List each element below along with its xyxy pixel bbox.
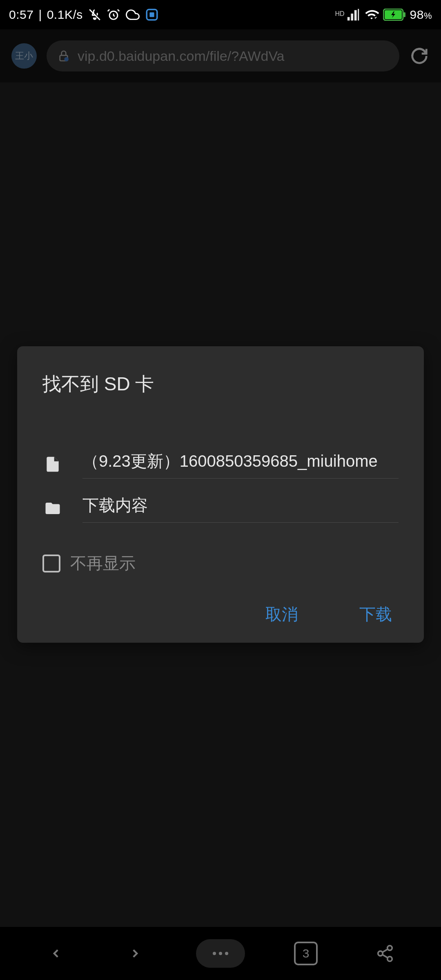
svg-point-14 [388, 957, 392, 962]
cloud-icon [125, 8, 140, 22]
mute-icon [88, 8, 102, 22]
svg-point-12 [388, 946, 392, 951]
share-button[interactable] [367, 935, 403, 972]
status-bar: 0:57 | 0.1K/s HD 98% [0, 0, 441, 29]
wifi-icon [364, 8, 379, 22]
hd-icon: HD [335, 10, 344, 18]
svg-point-13 [378, 951, 383, 956]
profile-avatar[interactable]: 王小 [11, 43, 37, 69]
url-text: vip.d0.baidupan.com/file/?AWdVa [78, 48, 285, 64]
svg-point-9 [213, 952, 216, 955]
menu-button[interactable] [196, 939, 245, 968]
file-icon [42, 454, 63, 474]
cancel-button[interactable]: 取消 [265, 603, 298, 626]
browser-toolbar: 王小 vip.d0.baidupan.com/file/?AWdVa [0, 29, 441, 82]
svg-rect-2 [149, 12, 154, 17]
download-button[interactable]: 下载 [359, 603, 392, 626]
file-name-field[interactable]: （9.23更新）1600850359685_miuihome [82, 450, 399, 479]
checkbox-label: 不再显示 [70, 552, 136, 575]
folder-row: 下载内容 [42, 494, 399, 523]
svg-rect-5 [403, 12, 405, 17]
tabs-button[interactable]: 3 [287, 935, 324, 972]
battery-icon [383, 9, 406, 21]
status-net-speed: 0.1K/s [47, 8, 83, 22]
reload-button[interactable] [409, 46, 430, 66]
file-row: （9.23更新）1600850359685_miuihome [42, 450, 399, 479]
back-button[interactable] [38, 935, 74, 972]
battery-percent: 98% [410, 8, 432, 22]
app-badge-icon [145, 8, 159, 22]
lock-icon [57, 49, 70, 63]
status-time: 0:57 [9, 8, 33, 22]
svg-point-10 [219, 952, 222, 955]
checkbox[interactable] [42, 555, 60, 572]
bottom-nav: 3 [0, 927, 441, 980]
alarm-icon [107, 8, 120, 22]
svg-point-11 [225, 952, 228, 955]
svg-point-8 [64, 57, 69, 62]
dont-show-row[interactable]: 不再显示 [42, 552, 399, 575]
dialog-title: 找不到 SD 卡 [42, 372, 399, 397]
download-dialog: 找不到 SD 卡 （9.23更新）1600850359685_miuihome … [17, 346, 424, 643]
folder-name-field[interactable]: 下载内容 [82, 494, 399, 523]
address-bar[interactable]: vip.d0.baidupan.com/file/?AWdVa [47, 40, 399, 71]
signal-icon [346, 8, 360, 22]
folder-icon [42, 498, 63, 519]
forward-button[interactable] [117, 935, 154, 972]
tab-count: 3 [294, 942, 318, 965]
